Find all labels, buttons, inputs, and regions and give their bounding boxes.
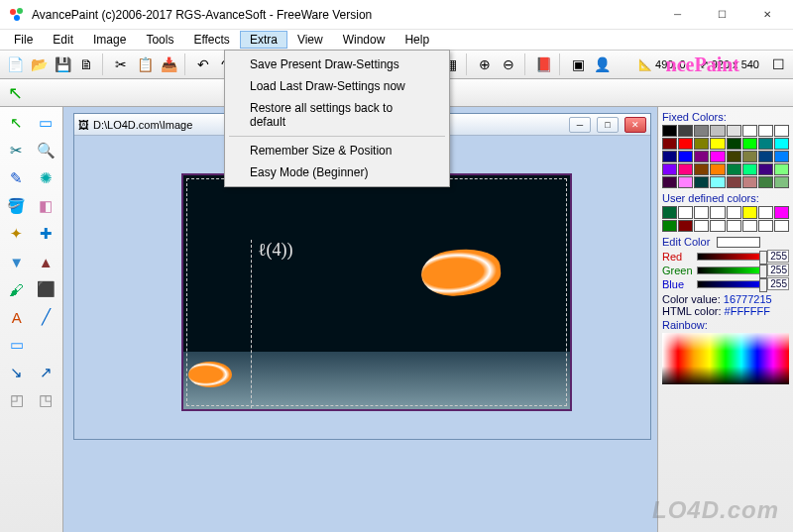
menu-item[interactable]: Load Last Draw-Settings now xyxy=(228,75,446,97)
new-icon[interactable]: 📄 xyxy=(4,53,26,75)
user-swatch[interactable] xyxy=(694,220,709,232)
fixed-swatch[interactable] xyxy=(742,176,757,188)
menu-image[interactable]: Image xyxy=(83,31,136,49)
doc-minimize-button[interactable]: ─ xyxy=(569,117,591,133)
canvas[interactable]: ℓ(4)) xyxy=(181,173,572,411)
menu-file[interactable]: File xyxy=(4,31,43,49)
screen-icon[interactable]: ▭ xyxy=(2,331,32,359)
user-swatch[interactable] xyxy=(742,220,757,232)
save-as-icon[interactable]: 🗎 xyxy=(75,53,97,75)
red-slider[interactable]: Red 255 xyxy=(662,250,789,263)
save-icon[interactable]: 💾 xyxy=(52,53,73,75)
minimize-button[interactable]: ─ xyxy=(655,0,700,29)
menu-window[interactable]: Window xyxy=(333,31,396,49)
bg-icon[interactable]: ◰ xyxy=(2,386,32,414)
fixed-swatch[interactable] xyxy=(694,138,709,150)
brush-icon[interactable]: 🖌 xyxy=(2,275,32,303)
window-icon[interactable]: ▣ xyxy=(567,53,589,75)
doc-maximize-button[interactable]: □ xyxy=(597,117,619,133)
fixed-swatch[interactable] xyxy=(774,125,789,137)
fixed-swatch[interactable] xyxy=(662,163,677,175)
eraser-icon[interactable]: ◧ xyxy=(32,192,61,220)
book-icon[interactable]: 📕 xyxy=(532,53,554,75)
fixed-swatch[interactable] xyxy=(758,151,773,162)
user-swatch[interactable] xyxy=(774,206,789,218)
doc-close-button[interactable]: ✕ xyxy=(624,117,646,133)
fixed-swatch[interactable] xyxy=(662,151,677,162)
fixed-swatch[interactable] xyxy=(710,163,725,175)
fixed-swatch[interactable] xyxy=(774,151,789,162)
fixed-swatch[interactable] xyxy=(678,138,693,150)
user-swatch[interactable] xyxy=(727,206,741,218)
fixed-swatch[interactable] xyxy=(774,176,789,188)
marquee-icon[interactable]: ▭ xyxy=(32,109,61,137)
fixed-swatch[interactable] xyxy=(758,176,773,188)
edit-color-swatch[interactable] xyxy=(717,237,760,248)
user-swatch[interactable] xyxy=(694,206,709,218)
fixed-swatch[interactable] xyxy=(774,138,789,150)
fixed-swatch[interactable] xyxy=(678,125,693,137)
fixed-swatch[interactable] xyxy=(727,163,741,175)
user-swatch[interactable] xyxy=(727,220,741,232)
zoom-icon[interactable]: 🔍 xyxy=(32,137,61,164)
fixed-swatch[interactable] xyxy=(758,163,773,175)
menu-item[interactable]: Easy Mode (Beginner) xyxy=(228,161,446,183)
fixed-swatch[interactable] xyxy=(694,125,709,137)
user-swatch[interactable] xyxy=(662,220,677,232)
undo-icon[interactable]: ↶ xyxy=(192,53,214,75)
user-swatch[interactable] xyxy=(742,206,757,218)
menu-effects[interactable]: Effects xyxy=(183,31,239,49)
shapes-icon[interactable]: ✦ xyxy=(2,220,32,248)
filter-icon[interactable]: ▼ xyxy=(2,248,32,275)
user-swatch[interactable] xyxy=(774,220,789,232)
fixed-swatch[interactable] xyxy=(710,176,725,188)
pencil-icon[interactable]: ✎ xyxy=(2,164,32,192)
fixed-swatch[interactable] xyxy=(678,151,693,162)
fixed-swatch[interactable] xyxy=(694,176,709,188)
fixed-swatch[interactable] xyxy=(742,138,757,150)
copy-icon[interactable]: 📋 xyxy=(134,53,156,75)
fixed-swatch[interactable] xyxy=(694,151,709,162)
fixed-swatch[interactable] xyxy=(678,163,693,175)
text-icon[interactable]: A xyxy=(2,303,32,331)
menu-edit[interactable]: Edit xyxy=(43,31,83,49)
fg-icon[interactable]: ◳ xyxy=(32,386,61,414)
user-swatch[interactable] xyxy=(710,206,725,218)
menu-view[interactable]: View xyxy=(287,31,333,49)
fixed-swatch[interactable] xyxy=(710,125,725,137)
pointer-icon[interactable]: ↖ xyxy=(2,109,32,137)
roller-icon[interactable]: ⬛ xyxy=(32,275,61,303)
user-swatch[interactable] xyxy=(758,206,773,218)
blue-slider[interactable]: Blue 255 xyxy=(662,277,789,290)
user-swatch[interactable] xyxy=(678,220,693,232)
menu-item[interactable]: Restore all settings back to default xyxy=(228,97,446,133)
menu-help[interactable]: Help xyxy=(395,31,439,49)
magnify-plus-icon[interactable]: ⊕ xyxy=(474,53,496,75)
lamp-icon[interactable]: ▲ xyxy=(32,248,61,275)
fixed-swatch[interactable] xyxy=(742,151,757,162)
toggle-checkbox[interactable]: ☐ xyxy=(767,53,789,75)
menu-tools[interactable]: Tools xyxy=(136,31,183,49)
blank1[interactable] xyxy=(32,331,61,359)
fixed-swatch[interactable] xyxy=(758,138,773,150)
magnify-minus-icon[interactable]: ⊖ xyxy=(498,53,519,75)
pointer-tool-icon[interactable]: ↖ xyxy=(4,82,26,104)
picker-icon[interactable]: ↘ xyxy=(2,359,32,386)
fixed-swatch[interactable] xyxy=(774,163,789,175)
fixed-swatch[interactable] xyxy=(662,176,677,188)
menu-item[interactable]: Remember Size & Position xyxy=(228,140,446,161)
paste-icon[interactable]: 📥 xyxy=(158,53,179,75)
close-button[interactable]: ✕ xyxy=(744,0,789,29)
line-icon[interactable]: ╱ xyxy=(32,303,61,331)
fixed-swatch[interactable] xyxy=(678,176,693,188)
user-swatch[interactable] xyxy=(710,220,725,232)
fixed-swatch[interactable] xyxy=(727,151,741,162)
open-icon[interactable]: 📂 xyxy=(28,53,50,75)
spray-icon[interactable]: ✺ xyxy=(32,164,61,192)
user-swatch[interactable] xyxy=(662,206,677,218)
person-icon[interactable]: 👤 xyxy=(591,53,613,75)
rainbow-picker[interactable] xyxy=(662,333,789,384)
maximize-button[interactable]: ☐ xyxy=(700,0,744,29)
fixed-swatch[interactable] xyxy=(742,125,757,137)
fixed-swatch[interactable] xyxy=(710,138,725,150)
